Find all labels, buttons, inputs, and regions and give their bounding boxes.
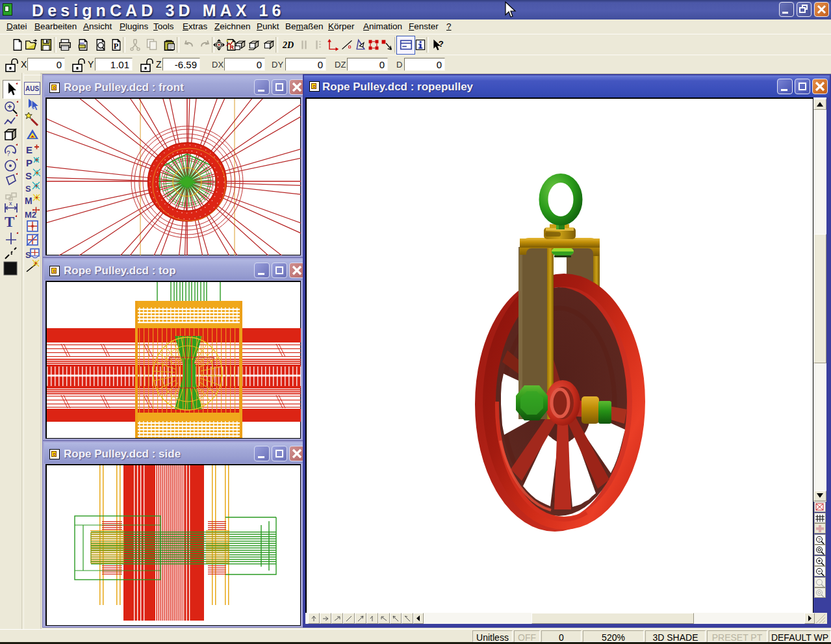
svg-text:T: T (5, 214, 14, 229)
svg-text:E: E (26, 144, 32, 155)
svg-text:?: ? (6, 150, 10, 157)
svg-text:P: P (114, 42, 119, 51)
svg-text:S: S (25, 170, 32, 181)
svg-text:?: ? (439, 39, 444, 49)
svg-text:?: ? (818, 537, 821, 543)
svg-text:M: M (25, 196, 32, 206)
svg-text:x: x (9, 200, 12, 207)
svg-text:2D: 2D (282, 40, 294, 50)
